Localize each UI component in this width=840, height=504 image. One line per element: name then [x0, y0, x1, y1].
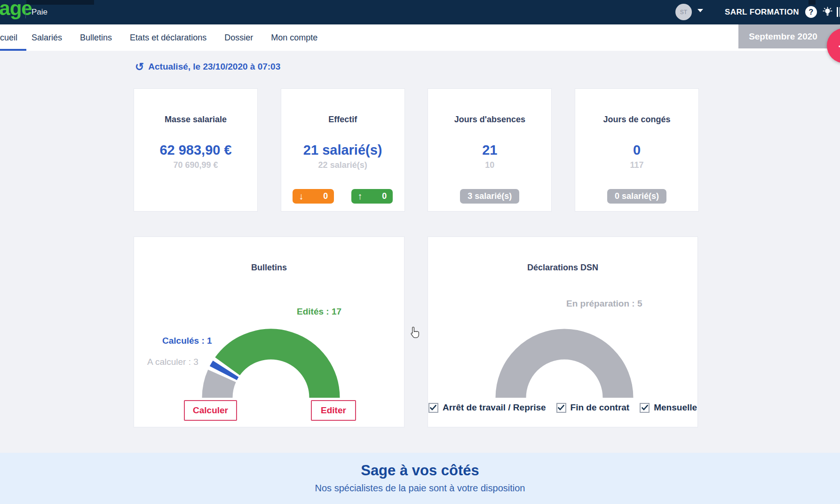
nav-item-accueil[interactable]: cueil — [0, 33, 17, 43]
help-icon[interactable]: ? — [805, 6, 817, 18]
dsn-filter-row: Arrêt de travail / Reprise Fin de contra… — [428, 402, 697, 413]
brand-divider — [25, 6, 26, 18]
company-name: SARL FORMATION — [725, 8, 799, 17]
period-selector[interactable]: Septembre 2020 — [738, 24, 840, 48]
card-masse-salariale: Masse salariale 62 983,90 € 70 690,99 € — [134, 88, 258, 212]
card-value: 21 — [428, 142, 551, 158]
checkbox-label: Arrêt de travail / Reprise — [443, 402, 546, 413]
refresh-text: Actualisé, le 23/10/2020 à 07:03 — [148, 62, 280, 72]
checkbox-mensuelle[interactable]: Mensuelle — [640, 402, 697, 413]
card-subvalue: 22 salarié(s) — [281, 160, 404, 170]
card-title: Jours de congés — [575, 115, 698, 125]
panel-bulletins: Bulletins Edités : 17 Calculés : 1 A cal… — [134, 236, 404, 427]
arrow-up-icon: ↑ — [357, 191, 362, 202]
nav-item-dossier[interactable]: Dossier — [224, 33, 253, 43]
product-name: Paie — [32, 8, 48, 17]
salaries-badge: 0 salarié(s) — [607, 189, 666, 204]
footer-banner: Sage à vos côtés Nos spécialistes de la … — [0, 453, 840, 504]
gauge-label-edites: Edités : 17 — [297, 307, 341, 317]
card-value: 62 983,90 € — [134, 142, 257, 158]
top-bar: sage Paie ST SARL FORMATION ? — [0, 0, 840, 24]
checkbox-box[interactable] — [428, 403, 438, 413]
card-jours-absences: Jours d'absences 21 10 3 salarié(s) — [428, 88, 552, 212]
card-subvalue: 70 690,99 € — [134, 160, 257, 170]
salaries-badge: 3 salarié(s) — [460, 189, 519, 204]
arrivals-badge: ↑ 0 — [351, 189, 393, 204]
nav-item-bulletins[interactable]: Bulletins — [80, 33, 112, 43]
refresh-icon[interactable]: ↺ — [135, 62, 144, 71]
gauge-label-a-calculer: A calculer : 3 — [147, 357, 198, 367]
card-title: Masse salariale — [134, 115, 257, 125]
editer-button[interactable]: Editer — [311, 400, 356, 421]
checkbox-box[interactable] — [640, 403, 650, 413]
dsn-gauge — [489, 323, 640, 400]
calculer-button[interactable]: Calculer — [184, 400, 237, 421]
checkbox-arret-travail[interactable]: Arrêt de travail / Reprise — [428, 402, 546, 413]
lightbulb-icon[interactable] — [822, 6, 833, 20]
departures-badge: ↓ 0 — [293, 189, 334, 204]
browser-tab-artifact — [808, 0, 816, 5]
panel-title: Bulletins — [134, 263, 404, 273]
card-subvalue: 10 — [428, 160, 551, 170]
footer-title: Sage à vos côtés — [0, 453, 840, 479]
arrow-down-icon: ↓ — [299, 191, 303, 202]
checkbox-fin-contrat[interactable]: Fin de contrat — [556, 402, 630, 413]
checkbox-label: Fin de contrat — [571, 402, 630, 413]
gauge-label-en-preparation: En préparation : 5 — [566, 299, 642, 309]
card-value: 21 salarié(s) — [281, 142, 404, 158]
arrivals-count: 0 — [382, 191, 387, 201]
browser-tab-artifact — [26, 0, 94, 5]
checkbox-label: Mensuelle — [654, 402, 697, 413]
active-tab-underline — [0, 49, 26, 51]
card-value: 0 — [575, 142, 698, 158]
chevron-down-icon[interactable] — [697, 9, 703, 12]
nav-item-etats-declarations[interactable]: Etats et déclarations — [130, 33, 206, 43]
bulletins-gauge — [196, 323, 346, 400]
card-title: Jours d'absences — [428, 115, 551, 125]
kpi-row: Masse salariale 62 983,90 € 70 690,99 € … — [134, 88, 699, 212]
card-effectif: Effectif 21 salarié(s) 22 salarié(s) ↓ 0… — [281, 88, 405, 212]
card-subvalue: 117 — [575, 160, 698, 170]
checkbox-box[interactable] — [556, 403, 566, 413]
nav-item-mon-compte[interactable]: Mon compte — [271, 33, 317, 43]
panel-title: Déclarations DSN — [428, 263, 697, 273]
nav-item-salaries[interactable]: Salariés — [32, 33, 62, 43]
menu-icon-cutoff[interactable] — [837, 7, 840, 17]
card-jours-conges: Jours de congés 0 117 0 salarié(s) — [575, 88, 699, 212]
sage-logo: sage — [0, 0, 32, 20]
card-title: Effectif — [281, 115, 404, 125]
main-nav: cueil Salariés Bulletins Etats et déclar… — [0, 24, 840, 51]
panel-declarations-dsn: Déclarations DSN En préparation : 5 Arrê… — [428, 236, 698, 427]
user-avatar[interactable]: ST — [675, 4, 692, 20]
refresh-row[interactable]: ↺ Actualisé, le 23/10/2020 à 07:03 — [135, 62, 280, 72]
departures-count: 0 — [323, 191, 328, 201]
footer-subtitle: Nos spécialistes de la paie sont à votre… — [0, 483, 840, 494]
mouse-cursor — [409, 326, 420, 341]
